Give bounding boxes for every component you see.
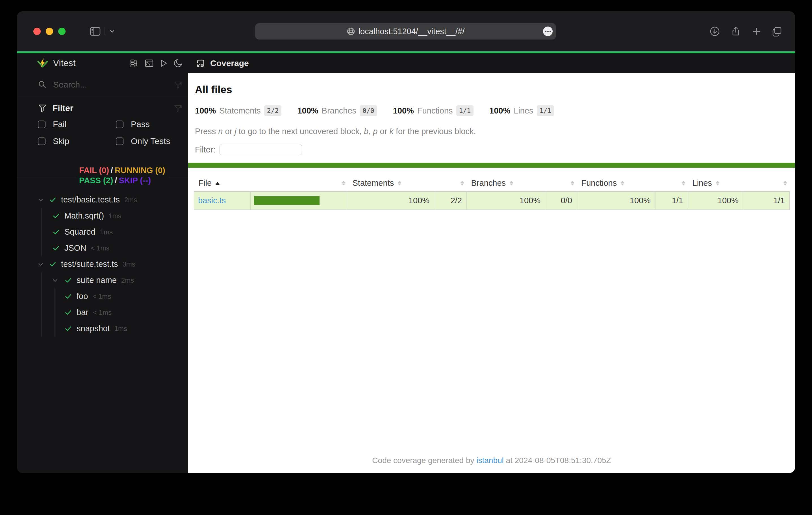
chevron-down-icon[interactable]: [109, 28, 116, 35]
istanbul-link[interactable]: istanbul: [476, 456, 504, 465]
checkbox-pass[interactable]: [116, 121, 123, 128]
filter-section: Filter Fail Pass: [17, 96, 188, 146]
tree-item-label: foo: [77, 292, 88, 301]
minimize-window-button[interactable]: [46, 28, 53, 35]
dark-mode-icon[interactable]: [173, 59, 182, 68]
tree-item[interactable]: bar< 1ms: [17, 304, 188, 321]
main-panel: Coverage All files 100% Statements 2/2 1…: [188, 53, 795, 473]
tree-item[interactable]: snapshot1ms: [17, 321, 188, 337]
stat-fraction-badge: 1/1: [456, 105, 474, 116]
column-header-functions-raw[interactable]: [656, 175, 688, 191]
search-input[interactable]: Search...: [53, 80, 167, 90]
tree-item[interactable]: test/basic.test.ts2ms: [17, 192, 188, 208]
downloads-icon[interactable]: [709, 26, 721, 37]
clear-search-filter-icon[interactable]: [173, 80, 182, 89]
tree-item-duration: 1ms: [100, 228, 113, 236]
close-window-button[interactable]: [33, 28, 41, 35]
fullscreen-window-button[interactable]: [58, 28, 65, 35]
filter-option-skip[interactable]: Skip: [38, 137, 116, 146]
sorter-icon[interactable]: [682, 181, 685, 185]
stat-functions: 100% Functions 1/1: [393, 105, 473, 116]
sorter-icon[interactable]: [510, 181, 513, 185]
sorter-icon[interactable]: [571, 181, 574, 185]
sorter-icon[interactable]: [621, 181, 624, 185]
page-menu-icon[interactable]: [543, 27, 553, 36]
sorter-icon[interactable]: [783, 181, 787, 185]
filter-option-only-tests[interactable]: Only Tests: [116, 137, 182, 146]
tree-item-duration: < 1ms: [93, 309, 112, 316]
tab-overview-icon[interactable]: [771, 26, 783, 37]
traffic-lights: [33, 11, 65, 51]
pass-check-icon: [64, 293, 72, 300]
tree-item[interactable]: Math.sqrt()1ms: [17, 208, 188, 224]
sorter-icon[interactable]: [398, 181, 401, 185]
pass-check-icon: [52, 244, 60, 252]
globe-icon: [347, 27, 355, 36]
search-icon: [38, 80, 47, 89]
search-bar[interactable]: Search...: [17, 73, 188, 96]
pass-check-icon: [52, 228, 60, 236]
report-filter-input[interactable]: [220, 144, 302, 155]
column-header-lines[interactable]: Lines: [688, 175, 743, 191]
tree-item[interactable]: Squared1ms: [17, 224, 188, 240]
coverage-table: File Statements: [194, 175, 790, 210]
column-header-lines-raw[interactable]: [743, 175, 790, 191]
new-tab-icon[interactable]: [751, 26, 762, 37]
tree-item-label: Math.sqrt(): [64, 211, 104, 220]
browser-toolbar: localhost:51204/__vitest__/#/: [17, 11, 795, 51]
tree-item-label: JSON: [64, 243, 86, 253]
chevron-down-icon[interactable]: [37, 197, 44, 203]
filter-option-fail[interactable]: Fail: [38, 119, 116, 129]
sorter-icon[interactable]: [716, 181, 719, 185]
pass-check-icon: [64, 276, 72, 284]
chevron-down-icon[interactable]: [52, 277, 58, 283]
checkbox-only-tests[interactable]: [116, 138, 123, 145]
tree-item-label: snapshot: [77, 324, 110, 333]
stat-statements: 100% Statements 2/2: [195, 105, 282, 116]
column-header-statements-raw[interactable]: [434, 175, 467, 191]
column-header-branches[interactable]: Branches: [467, 175, 545, 191]
column-header-bar[interactable]: [251, 175, 348, 191]
file-link[interactable]: basic.ts: [198, 196, 226, 205]
tree-item-duration: < 1ms: [92, 293, 111, 300]
pass-check-icon: [64, 309, 72, 316]
filter-option-pass[interactable]: Pass: [116, 119, 182, 129]
report-footer: Code coverage generated by istanbul at 2…: [188, 456, 795, 473]
pass-count: PASS (2): [79, 176, 113, 185]
tree-item[interactable]: foo< 1ms: [17, 288, 188, 304]
tree-view-icon[interactable]: [130, 59, 139, 68]
column-header-statements[interactable]: Statements: [348, 175, 434, 191]
tree-item[interactable]: test/suite.test.ts3ms: [17, 256, 188, 272]
column-header-file[interactable]: File: [194, 175, 251, 191]
sort-asc-icon: [215, 182, 220, 185]
tree-item-duration: 1ms: [114, 325, 127, 333]
sidebar-header: Vitest: [17, 53, 188, 73]
tree-item[interactable]: suite name2ms: [17, 272, 188, 288]
tree-item-duration: 3ms: [122, 260, 135, 268]
filter-icon: [38, 103, 47, 113]
column-header-functions[interactable]: Functions: [577, 175, 656, 191]
clear-filter-icon[interactable]: [173, 103, 182, 113]
address-bar[interactable]: localhost:51204/__vitest__/#/: [255, 23, 556, 39]
sorter-icon[interactable]: [461, 181, 464, 185]
pass-check-icon: [52, 212, 60, 220]
report-filter-label: Filter:: [195, 145, 215, 154]
table-row: basic.ts 100% 2/2 100% 0/0 100% 1/1 100%: [194, 191, 790, 210]
checkbox-skip[interactable]: [38, 138, 46, 145]
tree-item-duration: 2ms: [124, 196, 137, 204]
dashboard-icon[interactable]: [145, 59, 154, 68]
checkbox-fail[interactable]: [38, 121, 46, 128]
tree-item[interactable]: JSON< 1ms: [17, 240, 188, 256]
tree-item-label: test/suite.test.ts: [61, 260, 118, 269]
progress-accent-bar: [17, 51, 795, 53]
branches-pct-cell: 100%: [467, 191, 545, 210]
column-header-branches-raw[interactable]: [545, 175, 577, 191]
run-all-icon[interactable]: [160, 59, 168, 67]
tree-item-label: bar: [77, 308, 88, 317]
share-icon[interactable]: [730, 26, 742, 37]
sorter-icon[interactable]: [342, 181, 345, 185]
sidebar-toggle-icon[interactable]: [90, 27, 100, 36]
url-text: localhost:51204/__vitest__/#/: [358, 27, 465, 36]
test-tree: test/basic.test.ts2msMath.sqrt()1msSquar…: [17, 192, 188, 473]
chevron-down-icon[interactable]: [37, 261, 44, 267]
